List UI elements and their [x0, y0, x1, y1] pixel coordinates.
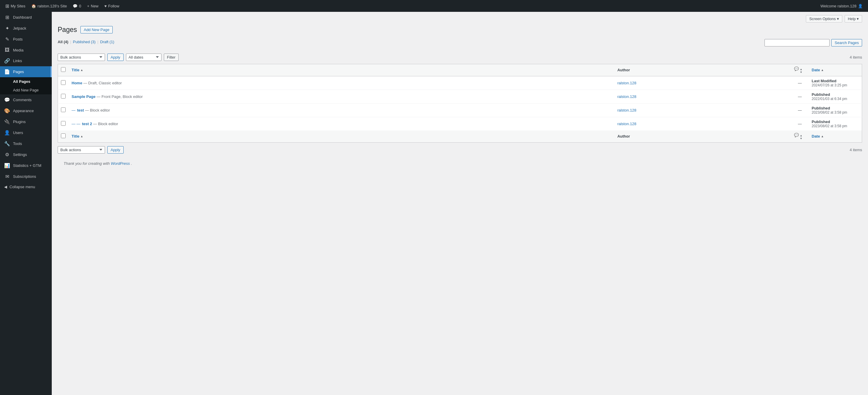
row2-author-link[interactable]: ralston.128	[617, 94, 636, 99]
row2-comments-cell: —	[791, 90, 809, 103]
row1-author-cell: ralston.128	[614, 76, 791, 90]
row4-title-meta: — Block editor	[93, 122, 118, 126]
row1-title-cell: Home — Draft, Classic editor	[69, 76, 614, 90]
select-all-checkbox[interactable]	[61, 67, 66, 72]
search-input[interactable]	[765, 39, 830, 47]
sidebar-item-plugins[interactable]: 🔌 Plugins	[0, 116, 52, 127]
sidebar-item-tools[interactable]: 🔧 Tools	[0, 138, 52, 149]
filter-draft-link[interactable]: Draft (1)	[100, 40, 115, 44]
comments-sort-arrows[interactable]: ▲▼	[800, 68, 802, 74]
sidebar-item-settings[interactable]: ⚙ Settings	[0, 149, 52, 160]
row1-author-link[interactable]: ralston.128	[617, 81, 636, 85]
row3-comments-cell: —	[791, 103, 809, 117]
appearance-icon: 🎨	[4, 108, 10, 114]
row4-checkbox[interactable]	[61, 121, 66, 126]
date-column-header[interactable]: Date ▲	[809, 64, 862, 76]
sidebar-item-posts[interactable]: ✎ Posts	[0, 34, 52, 45]
row3-checkbox-cell[interactable]	[58, 103, 69, 117]
sidebar-item-links[interactable]: 🔗 Links	[0, 55, 52, 66]
row4-title-cell: — — test 2 — Block editor	[69, 117, 614, 130]
filter-button[interactable]: Filter	[164, 54, 179, 61]
row3-title-link[interactable]: test	[77, 108, 84, 113]
select-all-header[interactable]	[58, 64, 69, 76]
row4-checkbox-cell[interactable]	[58, 117, 69, 130]
row2-checkbox[interactable]	[61, 94, 66, 98]
row2-title-link[interactable]: Sample Page	[71, 94, 95, 99]
collapse-menu-button[interactable]: ◀ Collapse menu	[0, 182, 52, 192]
row1-comments-count: —	[798, 81, 802, 85]
adminbar-my-sites[interactable]: ⊞ My Sites	[2, 0, 28, 12]
row4-title-link[interactable]: test 2	[82, 122, 92, 126]
date-filter-select[interactable]: All dates	[126, 54, 161, 61]
row1-checkbox[interactable]	[61, 80, 66, 85]
sidebar-item-statistics[interactable]: 📊 Statistics + GTM	[0, 160, 52, 171]
title-column-footer[interactable]: Title ▲	[69, 130, 614, 143]
row3-date-cell: Published 2023/08/02 at 3:58 pm	[809, 103, 862, 117]
adminbar-new[interactable]: + New	[84, 0, 101, 12]
items-count-bottom: 4 items	[850, 148, 862, 152]
sidebar-item-label: Dashboard	[13, 15, 48, 20]
collapse-icon: ◀	[4, 185, 7, 189]
content-top-bar: Screen Options ▾ Help ▾	[58, 12, 862, 25]
add-new-page-button[interactable]: Add New Page	[81, 26, 113, 33]
comments-column-footer[interactable]: 💬 ▲▼	[791, 130, 809, 143]
row2-title-cell: Sample Page — Front Page, Block editor	[69, 90, 614, 103]
filter-label: Filter	[167, 55, 176, 59]
apply-button-bottom[interactable]: Apply	[107, 146, 124, 154]
select-all-footer[interactable]	[58, 130, 69, 143]
page-footer: Thank you for creating with WordPress .	[58, 156, 862, 171]
plus-icon: +	[87, 4, 89, 8]
row4-comments-cell: —	[791, 117, 809, 130]
date-column-footer[interactable]: Date ▲	[809, 130, 862, 143]
date-sort-link[interactable]: Date ▲	[812, 68, 824, 72]
title-sort-footer-link[interactable]: Title ▲	[71, 134, 83, 139]
row2-author-cell: ralston.128	[614, 90, 791, 103]
adminbar-follow[interactable]: ♥ Follow	[101, 0, 122, 12]
row1-title-link[interactable]: Home	[71, 81, 82, 85]
table-row: Sample Page — Front Page, Block editor r…	[58, 90, 862, 103]
bulk-actions-select-top[interactable]: Bulk actions	[58, 54, 105, 61]
page-title-area: Pages Add New Page	[58, 25, 862, 34]
screen-options-button[interactable]: Screen Options ▾	[806, 15, 842, 23]
sidebar-item-label: Settings	[13, 152, 48, 157]
author-column-footer: Author	[614, 130, 791, 143]
help-button[interactable]: Help ▾	[845, 15, 862, 23]
wordpress-link[interactable]: WordPress	[111, 161, 130, 166]
sidebar-item-comments[interactable]: 💬 Comments	[0, 94, 52, 105]
apply-button-top[interactable]: Apply	[107, 54, 124, 61]
subscriptions-icon: ✉	[4, 174, 10, 179]
site-icon: 🏠	[31, 4, 36, 8]
bulk-actions-select-bottom[interactable]: Bulk actions	[58, 146, 105, 154]
sidebar-item-subscriptions[interactable]: ✉ Subscriptions	[0, 171, 52, 182]
date-sort-icon: ▲	[821, 68, 824, 71]
sidebar-item-users[interactable]: 👤 Users	[0, 127, 52, 138]
sidebar-item-jetpack[interactable]: ✦ Jetpack	[0, 23, 52, 34]
search-pages-button[interactable]: Search Pages	[831, 39, 862, 47]
adminbar-welcome[interactable]: Welcome ralston.128 👤	[817, 0, 866, 12]
comments-column-header[interactable]: 💬 ▲▼	[791, 64, 809, 76]
title-column-header[interactable]: Title ▲	[69, 64, 614, 76]
sidebar-item-dashboard[interactable]: ⊞ Dashboard	[0, 12, 52, 23]
adminbar-site-name[interactable]: 🏠 ralston.128's Site	[28, 0, 70, 12]
date-sort-footer-link[interactable]: Date ▲	[812, 134, 824, 139]
row3-author-link[interactable]: ralston.128	[617, 108, 636, 113]
sidebar-item-appearance[interactable]: 🎨 Appearance	[0, 105, 52, 116]
title-sort-link[interactable]: Title ▲	[71, 68, 83, 72]
filter-all-link[interactable]: All (4)	[58, 40, 68, 44]
sidebar-item-pages[interactable]: 📄 Pages	[0, 66, 52, 77]
comments-icon: 💬	[4, 97, 10, 103]
select-all-footer-checkbox[interactable]	[61, 133, 66, 138]
pages-table-body: Home — Draft, Classic editor ralston.128…	[58, 76, 862, 130]
sidebar-item-media[interactable]: 🖼 Media	[0, 45, 52, 55]
links-icon: 🔗	[4, 58, 10, 64]
row1-checkbox-cell[interactable]	[58, 76, 69, 90]
filter-published-link[interactable]: Published (3)	[73, 40, 96, 44]
admin-bar: ⊞ My Sites 🏠 ralston.128's Site 💬 0 + Ne…	[0, 0, 868, 12]
row3-checkbox[interactable]	[61, 108, 66, 112]
adminbar-comments[interactable]: 💬 0	[70, 0, 84, 12]
submenu-all-pages[interactable]: All Pages	[0, 77, 52, 86]
row4-author-link[interactable]: ralston.128	[617, 122, 636, 126]
submenu-add-new-page[interactable]: Add New Page	[0, 86, 52, 94]
comments-sort-arrows-footer[interactable]: ▲▼	[800, 134, 802, 140]
row2-checkbox-cell[interactable]	[58, 90, 69, 103]
